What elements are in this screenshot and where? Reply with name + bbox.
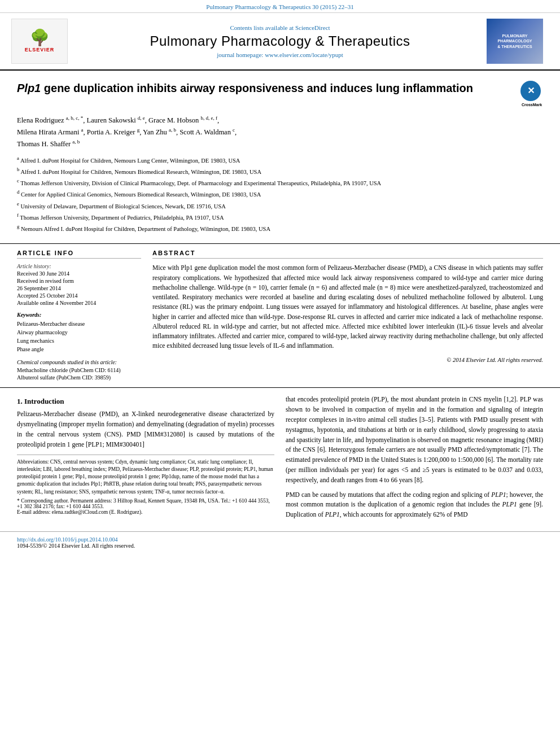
- keywords-list: Pelizaeus-Merzbacher disease Airway phar…: [17, 320, 141, 353]
- affil-b: b Alfred I. duPont Hospital for Children…: [17, 166, 543, 176]
- compound-1: Methacholine chloride (PubChem CID: 6114…: [17, 367, 141, 373]
- journal-cover-text: PULMONARYPHARMACOLOGY& THERAPEUTICS: [497, 33, 532, 49]
- accepted-date: Accepted 25 October 2014: [17, 292, 141, 299]
- keywords-label: Keywords:: [17, 312, 141, 318]
- history-label: Article history:: [17, 263, 141, 269]
- title-italic: Plp1: [17, 82, 41, 94]
- affil-e: e University of Delaware, Department of …: [17, 200, 543, 211]
- elsevier-wordmark: ELSEVIER: [25, 47, 55, 53]
- email-address: E-mail address: elena.radtke@iCloud.com …: [17, 509, 274, 515]
- issn-text: 1094-5539/© 2014 Elsevier Ltd. All right…: [17, 543, 543, 549]
- journal-cover-image: PULMONARYPHARMACOLOGY& THERAPEUTICS: [487, 19, 549, 64]
- paper-header: Plp1 gene duplication inhibits airway re…: [0, 71, 560, 244]
- received-revised-date: 26 September 2014: [17, 285, 141, 291]
- journal-title-area: Contents lists available at ScienceDirec…: [73, 24, 487, 58]
- article-info-abstract: ARTICLE INFO Article history: Received 3…: [0, 244, 560, 388]
- intro-para1: Pelizaeus-Merzbacher disease (PMD), an X…: [17, 409, 274, 449]
- homepage-link[interactable]: journal homepage: www.elsevier.com/locat…: [73, 51, 487, 58]
- journal-header: 🌳 ELSEVIER Contents lists available at S…: [0, 13, 560, 71]
- affil-g: g Nemours Alfred I. duPont Hospital for …: [17, 223, 543, 233]
- abstract-text: Mice with Plp1 gene duplication model th…: [152, 263, 543, 351]
- tree-icon: 🌳: [30, 30, 50, 46]
- abstract-heading: ABSTRACT: [152, 250, 543, 259]
- received-revised-label: Received in revised form: [17, 278, 141, 284]
- footer-bar: http://dx.doi.org/10.1016/j.pupt.2014.10…: [0, 531, 560, 551]
- article-info-heading: ARTICLE INFO: [17, 250, 141, 259]
- affil-d: d Center for Applied Clinical Genomics, …: [17, 189, 543, 199]
- compound-2: Albuterol sulfate (PubChem CID: 39859): [17, 374, 141, 381]
- body-right-col: that encodes proteolipid protein (PLP), …: [286, 395, 543, 525]
- doi-link[interactable]: http://dx.doi.org/10.1016/j.pupt.2014.10…: [17, 536, 543, 543]
- affiliations: a Alfred I. duPont Hospital for Children…: [17, 155, 543, 234]
- abbreviations-text: Abbreviations: CNS, central nervous syst…: [17, 458, 274, 496]
- intro-section-title: 1. Introduction: [17, 397, 274, 406]
- corresponding-author: * Corresponding author. Permanent addres…: [17, 498, 274, 509]
- crossmark-icon: ✕: [520, 81, 541, 101]
- affil-f: f Thomas Jefferson University, Departmen…: [17, 212, 543, 222]
- citation-text: Pulmonary Pharmacology & Therapeutics 30…: [206, 3, 353, 10]
- crossmark-logo: ✕ CrossMark: [520, 81, 543, 107]
- elsevier-logo-area: 🌳 ELSEVIER: [11, 19, 73, 64]
- title-text: Plp1 gene duplication inhibits airway re…: [17, 81, 515, 95]
- doi-text[interactable]: http://dx.doi.org/10.1016/j.pupt.2014.10…: [17, 536, 117, 543]
- body-left-col: 1. Introduction Pelizaeus-Merzbacher dis…: [17, 395, 274, 525]
- article-info-panel: ARTICLE INFO Article history: Received 3…: [17, 250, 141, 382]
- authors-list: Elena Rodriguez a, b, c, *, Lauren Sakow…: [17, 114, 543, 150]
- available-date: Available online 4 November 2014: [17, 300, 141, 306]
- footnote-section: Abbreviations: CNS, central nervous syst…: [17, 455, 274, 515]
- received-date: Received 30 June 2014: [17, 270, 141, 277]
- paper-title: Plp1 gene duplication inhibits airway re…: [17, 81, 543, 107]
- journal-title: Pulmonary Pharmacology & Therapeutics: [73, 33, 487, 49]
- body-content: 1. Introduction Pelizaeus-Merzbacher dis…: [0, 388, 560, 531]
- title-rest: gene duplication inhibits airway respons…: [44, 82, 473, 94]
- affil-a: a Alfred I. duPont Hospital for Children…: [17, 155, 543, 165]
- journal-citation: Pulmonary Pharmacology & Therapeutics 30…: [0, 0, 560, 13]
- copyright-notice: © 2014 Elsevier Ltd. All rights reserved…: [152, 357, 543, 363]
- intro-para2-right: that encodes proteolipid protein (PLP), …: [286, 395, 543, 520]
- abstract-panel: ABSTRACT Mice with Plp1 gene duplication…: [152, 250, 543, 382]
- sciencedirect-link[interactable]: Contents lists available at ScienceDirec…: [73, 24, 487, 31]
- compounds-label: Chemical compounds studied in this artic…: [17, 359, 141, 365]
- affil-c: c Thomas Jefferson University, Division …: [17, 177, 543, 187]
